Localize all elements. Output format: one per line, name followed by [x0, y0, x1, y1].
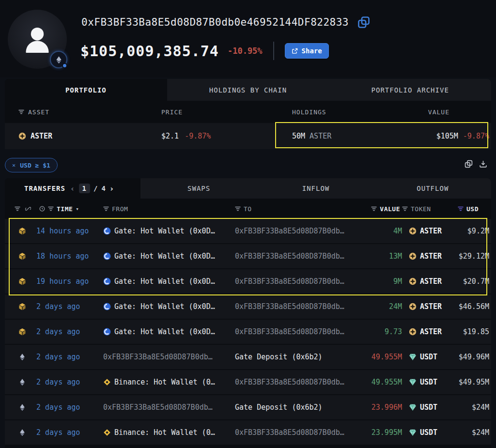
usdt-token-icon: [409, 429, 417, 436]
person-icon: [22, 24, 53, 55]
from-entity[interactable]: Gate: Hot Wallet (0x0D…: [114, 277, 215, 286]
from-entity[interactable]: Gate: Hot Wallet (0x0D…: [114, 302, 215, 311]
tab-transfers[interactable]: TRANSFERS ‹ 1 / 4 ›: [5, 178, 140, 199]
tx-time-link[interactable]: 14 hours ago: [36, 227, 102, 235]
col-to[interactable]: TO: [244, 205, 252, 213]
bnb-chain-icon: [18, 227, 26, 235]
col-price[interactable]: PRICE: [147, 108, 278, 116]
gate-icon: [103, 303, 111, 310]
wallet-address[interactable]: 0xFB3BF33Ba8E5d08D87B0db0e46952144DF8228…: [81, 16, 349, 28]
table-row[interactable]: 14 hours ago Gate: Hot Wallet (0x0D… 0xF…: [5, 219, 491, 243]
tab-outflow[interactable]: OUTFLOW: [374, 178, 491, 199]
aster-token-icon: [409, 278, 417, 285]
filter-icon[interactable]: [103, 206, 109, 211]
to-address[interactable]: 0xFB3BF33Ba8E5d08D87B0db…: [235, 252, 344, 261]
bnb-chain-icon: [18, 303, 26, 310]
asset-value: $105M: [436, 132, 458, 140]
tx-time-link[interactable]: 2 days ago: [36, 403, 102, 412]
page-prev-button[interactable]: ‹: [70, 184, 76, 193]
usdt-token-icon: [409, 403, 417, 411]
table-row[interactable]: 2 days ago 0xFB3BF33Ba8E5d08D87B0db… Gat…: [5, 395, 491, 419]
to-address[interactable]: 0xFB3BF33Ba8E5d08D87B0db…: [235, 428, 344, 437]
to-entity[interactable]: Gate Deposit (0x6b2): [235, 403, 323, 412]
table-row[interactable]: 19 hours ago Gate: Hot Wallet (0x0D… 0xF…: [5, 269, 491, 294]
col-from[interactable]: FROM: [112, 205, 128, 213]
col-usd[interactable]: USD: [466, 205, 479, 213]
filter-bar: ✕ USD ≥ $1: [5, 158, 491, 173]
tx-time-link[interactable]: 2 days ago: [36, 378, 102, 386]
table-row[interactable]: 2 days ago 0xFB3BF33Ba8E5d08D87B0db… Gat…: [5, 345, 491, 369]
from-entity[interactable]: Binance: Hot Wallet (0…: [114, 378, 215, 386]
tab-portfolio[interactable]: PORTFOLIO: [5, 79, 167, 101]
aster-token-icon: [409, 303, 417, 310]
filter-icon[interactable]: [15, 206, 20, 211]
close-icon[interactable]: ✕: [12, 162, 16, 169]
binance-icon: [103, 378, 111, 386]
token-symbol: USDT: [420, 378, 437, 386]
col-asset[interactable]: ASSET: [28, 108, 49, 116]
to-address[interactable]: 0xFB3BF33Ba8E5d08D87B0db…: [235, 327, 344, 336]
to-address[interactable]: 0xFB3BF33Ba8E5d08D87B0db…: [235, 227, 344, 235]
tab-swaps[interactable]: SWAPS: [140, 178, 257, 199]
usdt-token-icon: [409, 353, 417, 361]
from-entity[interactable]: Gate: Hot Wallet (0x0D…: [114, 252, 215, 261]
from-entity[interactable]: Binance: Hot Wallet (0…: [114, 428, 215, 437]
clock-icon[interactable]: [39, 206, 45, 212]
tab-portfolio-archive[interactable]: PORTFOLIO ARCHIVE: [329, 79, 491, 101]
tx-time-link[interactable]: 18 hours ago: [36, 252, 102, 261]
divider: [273, 42, 274, 60]
table-row[interactable]: 2 days ago Gate: Hot Wallet (0x0D… 0xFB3…: [5, 294, 491, 319]
token-symbol: USDT: [420, 353, 437, 361]
tx-time-link[interactable]: 2 days ago: [36, 302, 102, 311]
copy-address-icon[interactable]: [357, 16, 370, 29]
transfer-value: 4M: [366, 227, 402, 235]
holdings-amount: 50M: [292, 132, 305, 140]
copy-table-icon[interactable]: [465, 160, 473, 168]
from-address[interactable]: 0xFB3BF33Ba8E5d08D87B0db…: [103, 353, 213, 361]
from-entity[interactable]: Gate: Hot Wallet (0x0D…: [114, 227, 215, 235]
filter-icon[interactable]: [402, 206, 408, 211]
aster-token-icon: [409, 252, 417, 260]
portfolio-balance: $105,009,385.74: [80, 43, 219, 60]
filter-icon[interactable]: [371, 206, 377, 211]
tab-holdings-by-chain[interactable]: HOLDINGS BY CHAIN: [167, 79, 329, 101]
tab-inflow[interactable]: INFLOW: [257, 178, 374, 199]
col-holdings[interactable]: HOLDINGS: [278, 108, 394, 116]
gate-icon: [103, 328, 111, 336]
asset-price-change: -9.87%: [185, 132, 211, 140]
table-row[interactable]: 2 days ago Binance: Hot Wallet (0… 0xFB3…: [5, 370, 491, 394]
table-row[interactable]: 2 days ago Gate: Hot Wallet (0x0D… 0xFB3…: [5, 320, 491, 344]
asset-row[interactable]: ASTER $2.1 -9.87% 50M ASTER $105M -9.87%: [5, 123, 491, 149]
tx-time-link[interactable]: 2 days ago: [36, 327, 102, 336]
to-entity[interactable]: Gate Deposit (0x6b2): [235, 353, 323, 361]
tx-time-link[interactable]: 19 hours ago: [36, 277, 102, 286]
filter-icon[interactable]: [48, 206, 54, 211]
transfer-value: 24M: [366, 302, 402, 311]
usd-filter-chip[interactable]: ✕ USD ≥ $1: [5, 158, 58, 172]
col-value[interactable]: VALUE: [380, 205, 400, 213]
table-row[interactable]: 18 hours ago Gate: Hot Wallet (0x0D… 0xF…: [5, 244, 491, 268]
col-token[interactable]: TOKEN: [411, 205, 431, 213]
to-address[interactable]: 0xFB3BF33Ba8E5d08D87B0db…: [235, 378, 344, 386]
tx-time-link[interactable]: 2 days ago: [36, 353, 102, 361]
filter-icon[interactable]: [235, 206, 241, 211]
tx-time-link[interactable]: 2 days ago: [36, 428, 102, 437]
col-value[interactable]: VALUE: [394, 108, 491, 116]
from-address[interactable]: 0xFB3BF33Ba8E5d08D87B0db…: [103, 403, 213, 412]
link-icon[interactable]: [25, 206, 31, 212]
col-time[interactable]: TIME: [57, 205, 73, 213]
page-next-button[interactable]: ›: [109, 184, 115, 193]
transfer-value: 9M: [366, 277, 402, 286]
table-row[interactable]: 2 days ago Binance: Hot Wallet (0… 0xFB3…: [5, 420, 491, 445]
to-address[interactable]: 0xFB3BF33Ba8E5d08D87B0db…: [235, 302, 344, 311]
to-address[interactable]: 0xFB3BF33Ba8E5d08D87B0db…: [235, 277, 344, 286]
usd-value: $29.12M: [458, 252, 491, 261]
download-icon[interactable]: [479, 160, 487, 168]
filter-icon[interactable]: [18, 109, 24, 114]
from-entity[interactable]: Gate: Hot Wallet (0x0D…: [114, 327, 215, 336]
share-button[interactable]: Share: [285, 43, 329, 59]
token-symbol: ASTER: [420, 227, 442, 235]
token-symbol: USDT: [420, 428, 437, 437]
active-filter-icon[interactable]: [458, 206, 464, 211]
sort-caret-icon[interactable]: ▾: [76, 206, 79, 212]
